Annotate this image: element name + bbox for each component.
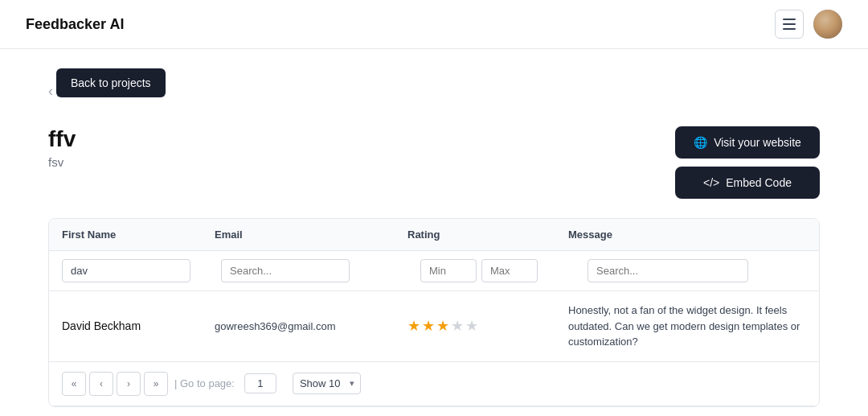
embed-label: Embed Code [726, 176, 792, 189]
cell-message: Honestly, not a fan of the widget design… [568, 303, 806, 350]
project-title: ffv [48, 126, 76, 152]
back-to-projects-button[interactable]: Back to projects [56, 68, 166, 97]
col-first-name: First Name [62, 229, 215, 241]
star-3: ★ [436, 317, 449, 335]
menu-line [783, 28, 796, 30]
visit-website-button[interactable]: 🌐 Visit your website [675, 126, 820, 159]
back-button-label: Back to projects [71, 76, 151, 89]
cell-first-name: David Beckham [62, 319, 215, 332]
email-filter-input[interactable] [221, 259, 350, 282]
pagination-separator: | Go to page: [174, 377, 235, 389]
project-header: ffv fsv 🌐 Visit your website </> Embed C… [48, 126, 820, 199]
message-filter-input[interactable] [588, 259, 748, 282]
chevron-left-icon: ‹ [48, 83, 53, 100]
email-filter-cell [221, 259, 414, 282]
star-rating: ★ ★ ★ ★ ★ [407, 317, 568, 335]
star-4: ★ [451, 317, 464, 335]
app-logo: Feedbacker AI [26, 16, 124, 33]
menu-line [783, 19, 796, 20]
col-message: Message [568, 229, 806, 241]
code-icon: </> [703, 176, 719, 189]
menu-button[interactable] [775, 10, 804, 39]
first-name-filter-input[interactable] [62, 259, 190, 282]
feedback-table: First Name Email Rating Message David Be… [48, 218, 820, 407]
col-email: Email [215, 229, 407, 241]
embed-code-button[interactable]: </> Embed Code [675, 167, 820, 199]
first-name-filter-cell [62, 259, 215, 282]
next-page-button[interactable]: › [117, 372, 141, 396]
header-actions [775, 10, 842, 39]
rating-max-input[interactable] [481, 259, 538, 282]
table-header: First Name Email Rating Message [49, 219, 819, 251]
header: Feedbacker AI [0, 0, 868, 49]
main-content: ‹ Back to projects ffv fsv 🌐 Visit your … [0, 49, 868, 416]
avatar-image [813, 10, 842, 39]
project-subtitle: fsv [48, 155, 76, 169]
rating-min-input[interactable] [420, 259, 477, 282]
back-button-row: ‹ Back to projects [48, 68, 820, 113]
avatar[interactable] [813, 10, 842, 39]
star-1: ★ [407, 317, 420, 335]
show-count-wrapper: Show 10 Show 25 Show 50 [280, 373, 361, 394]
show-count-select[interactable]: Show 10 Show 25 Show 50 [293, 373, 361, 394]
pagination-row: « ‹ › » | Go to page: Show 10 Show 25 Sh… [49, 362, 819, 406]
last-page-button[interactable]: » [144, 372, 168, 396]
globe-icon: 🌐 [694, 136, 707, 149]
menu-line [783, 23, 796, 25]
table-filters [49, 251, 819, 291]
table-row: David Beckham gowreesh369@gmail.com ★ ★ … [49, 291, 819, 362]
star-5: ★ [465, 317, 478, 335]
cell-rating: ★ ★ ★ ★ ★ [407, 317, 568, 335]
cell-email: gowreesh369@gmail.com [215, 320, 407, 332]
prev-page-button[interactable]: ‹ [89, 372, 113, 396]
rating-filter-cell [420, 259, 581, 282]
star-2: ★ [422, 317, 435, 335]
col-rating: Rating [407, 229, 568, 241]
visit-label: Visit your website [714, 136, 801, 149]
message-filter-cell [588, 259, 806, 282]
project-actions: 🌐 Visit your website </> Embed Code [675, 126, 820, 199]
project-info: ffv fsv [48, 126, 76, 169]
goto-page-input[interactable] [244, 373, 276, 393]
first-page-button[interactable]: « [62, 372, 86, 396]
